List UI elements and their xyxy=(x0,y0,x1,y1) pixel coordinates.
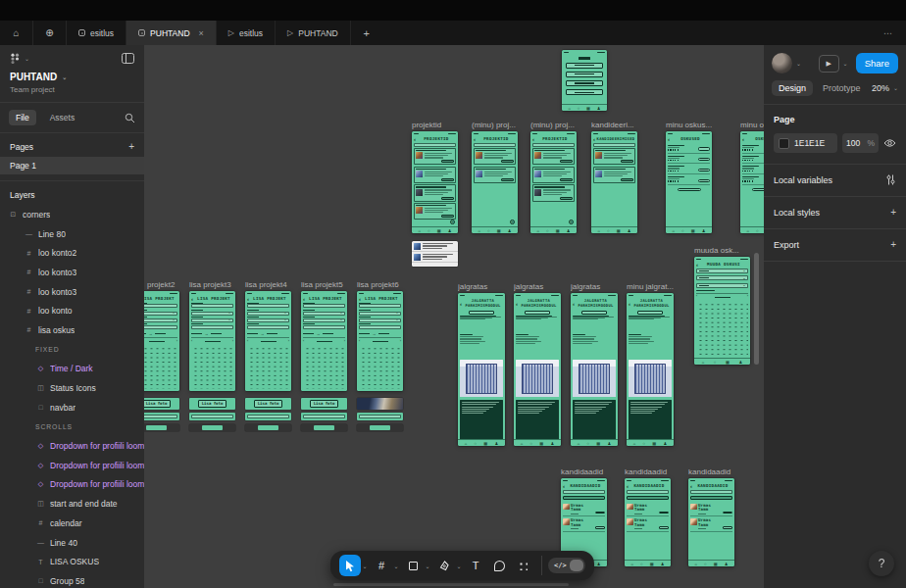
card-button[interactable] xyxy=(560,160,573,163)
frame-label-minu-proj-1[interactable]: (minu) proj... xyxy=(472,120,518,131)
strip-pill-3[interactable] xyxy=(189,424,235,431)
skill-dropdown[interactable]: ⌄ xyxy=(696,269,748,273)
back-icon[interactable]: ‹ xyxy=(532,137,534,141)
field-input[interactable] xyxy=(359,325,401,329)
comment-tool-button[interactable] xyxy=(488,555,510,576)
frame-label-lisa-projekt6[interactable]: lisa projekt6 xyxy=(357,279,403,291)
nav-profile-icon[interactable]: ♟ xyxy=(628,228,631,233)
nav-search-icon[interactable]: ○ xyxy=(714,360,717,365)
variables-sliders-icon[interactable] xyxy=(885,174,896,185)
calendar[interactable]: ‹› xyxy=(696,293,748,358)
layer-item-loo-konto3[interactable]: #loo konto3 xyxy=(0,282,144,302)
back-icon[interactable]: ‹ xyxy=(414,137,416,141)
pen-tool-button[interactable] xyxy=(433,555,455,576)
nav-grid-icon[interactable]: ▦ xyxy=(650,562,654,566)
back-icon[interactable]: ‹ xyxy=(516,302,518,306)
candidate-row[interactable]: Urmas Tamm xyxy=(627,502,669,517)
search-bar[interactable] xyxy=(627,490,669,494)
prev-month-icon[interactable]: ‹ xyxy=(359,340,360,344)
filter-button[interactable] xyxy=(627,496,669,500)
apply-button[interactable] xyxy=(525,311,550,315)
submit-pill-button[interactable] xyxy=(258,425,278,429)
strip-pill-4[interactable] xyxy=(245,424,291,431)
menu-button[interactable] xyxy=(566,72,603,77)
project-card[interactable] xyxy=(474,148,516,165)
tab-puhtand-3[interactable]: ▷PUHTAND xyxy=(276,21,351,45)
strip-input-2[interactable] xyxy=(144,413,179,420)
card-button[interactable] xyxy=(560,197,573,200)
figma-menu-icon[interactable] xyxy=(10,53,21,64)
tab-esitlus-0[interactable]: esitlus xyxy=(67,21,126,45)
frame-label-projektid[interactable]: projektid xyxy=(412,120,458,131)
nav-profile-icon[interactable]: ♟ xyxy=(702,228,706,233)
comment-input[interactable] xyxy=(303,415,344,418)
field-input[interactable]: ⌄ xyxy=(359,318,401,322)
submit-pill-button[interactable] xyxy=(314,425,334,429)
nav-home-icon[interactable]: ⌂ xyxy=(702,360,705,365)
tab-design[interactable]: Design xyxy=(772,80,813,96)
back-icon[interactable]: ‹ xyxy=(191,297,193,301)
back-icon[interactable]: ‹ xyxy=(563,484,565,488)
filter-button[interactable] xyxy=(690,496,732,500)
nav-search-icon[interactable]: ○ xyxy=(428,228,430,233)
layer-section-scrolls[interactable]: SCROLLS xyxy=(0,417,144,437)
nav-grid-icon[interactable]: ▦ xyxy=(596,441,600,446)
project-card[interactable] xyxy=(593,167,635,183)
back-icon[interactable]: ‹ xyxy=(303,297,305,301)
field-input[interactable] xyxy=(144,304,177,308)
prev-month-icon[interactable]: ‹ xyxy=(247,340,248,344)
nav-search-icon[interactable]: ○ xyxy=(474,441,477,446)
nav-home-icon[interactable]: ⌂ xyxy=(673,228,676,233)
tab-file[interactable]: File xyxy=(9,110,36,125)
nav-home-icon[interactable]: ⌂ xyxy=(631,562,634,566)
project-card[interactable] xyxy=(532,167,575,183)
nav-profile-icon[interactable]: ♟ xyxy=(508,228,512,233)
shape-tool-button[interactable] xyxy=(402,555,424,576)
frame-lisa-projekt3[interactable]: ‹LISA PROJEKT⌄⌄→‹› xyxy=(189,291,235,391)
nav-search-icon[interactable]: ○ xyxy=(578,106,580,111)
frame-minu-jalgratas[interactable]: ‹JALGRATTA PARKIMISMOODUL⌂○▦♟ xyxy=(627,293,674,446)
page-opacity-input[interactable]: 100 % xyxy=(842,133,879,153)
tab-puhtand-1[interactable]: PUHTAND× xyxy=(126,21,217,45)
candidate-row[interactable]: Urmas Tamm xyxy=(563,516,605,532)
frame-jalgratas-3[interactable]: ‹JALGRATTA PARKIMISMOODUL⌂○▦♟ xyxy=(571,293,618,446)
calendar[interactable]: ‹› xyxy=(247,337,289,391)
apply-button[interactable] xyxy=(581,311,607,315)
frame-kandidaadid-3[interactable]: ‹KANDIDAADIDUrmas TammUrmas Tamm⌂○▦♟ xyxy=(688,478,734,566)
comment-input[interactable] xyxy=(191,415,232,418)
search-bar[interactable] xyxy=(593,143,635,147)
nav-profile-icon[interactable]: ♟ xyxy=(664,441,668,446)
frame-label-kandidaadid-3[interactable]: kandidaadid xyxy=(688,466,734,478)
zoom-control[interactable]: 20%⌄ xyxy=(872,83,898,93)
add-fab-button[interactable]: + xyxy=(450,220,455,224)
local-variables-section[interactable]: Local variables xyxy=(764,165,906,197)
frame-label-jalgratas-3[interactable]: jalgratas xyxy=(571,281,618,293)
nav-profile-icon[interactable]: ♟ xyxy=(551,441,555,446)
back-icon[interactable]: ‹ xyxy=(629,302,630,306)
frame-kandideerimised[interactable]: ‹KANDIDEERIMISED⌂○▦♟ xyxy=(591,131,637,233)
frame-light-list-partial[interactable] xyxy=(412,241,458,267)
skill-dropdown[interactable]: ⌄ xyxy=(696,283,748,288)
add-style-icon[interactable]: + xyxy=(890,207,896,218)
filter-button[interactable] xyxy=(563,496,605,500)
canvas-vertical-scrollbar[interactable] xyxy=(754,253,759,365)
nav-home-icon[interactable]: ⌂ xyxy=(695,562,698,566)
shape-tool-chevron-icon[interactable]: ⌄ xyxy=(424,563,431,569)
add-skill-button[interactable] xyxy=(752,188,765,192)
project-card[interactable] xyxy=(414,148,456,165)
layer-item-line-40[interactable]: —Line 40 xyxy=(0,533,144,553)
layer-item-group-58[interactable]: □Group 58 xyxy=(0,571,144,588)
candidate-button[interactable] xyxy=(723,512,732,514)
skill-button[interactable] xyxy=(698,147,710,150)
field-input[interactable] xyxy=(191,304,233,308)
nav-grid-icon[interactable]: ▦ xyxy=(483,441,487,446)
frame-label-lisa-projekt3[interactable]: lisa projekt3 xyxy=(189,279,235,291)
calendar-grid[interactable] xyxy=(359,345,401,389)
nav-profile-icon[interactable]: ♟ xyxy=(495,441,499,446)
field-input[interactable]: ⌄ xyxy=(144,312,177,316)
card-button[interactable] xyxy=(501,178,514,181)
calendar[interactable]: ‹› xyxy=(303,337,345,391)
nav-home-icon[interactable]: ⌂ xyxy=(465,441,468,446)
candidate-button[interactable] xyxy=(659,526,669,529)
frame-label-lisa-projekt4[interactable]: lisa projekt4 xyxy=(245,279,291,291)
